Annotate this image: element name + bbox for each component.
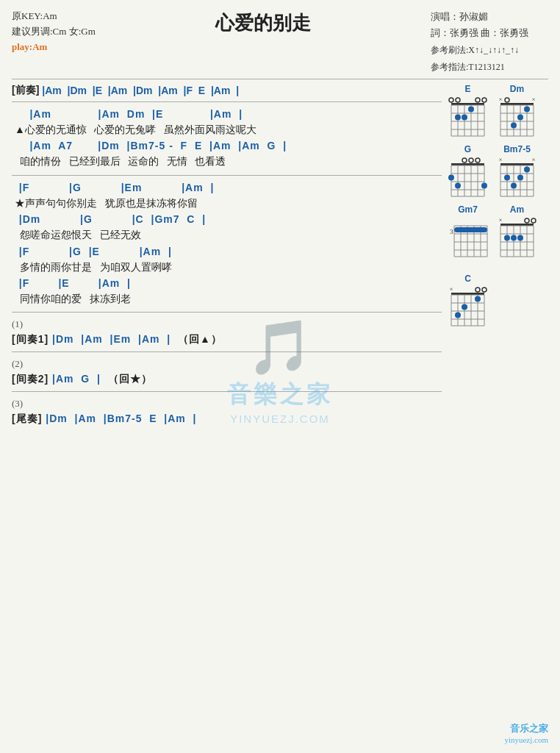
svg-point-54	[462, 158, 467, 163]
header: 原KEY:Am 建议男调:Cm 女:Gm play:Am 心爱的别走 演唱：孙淑…	[12, 9, 548, 74]
svg-text:×: ×	[531, 156, 535, 163]
svg-point-52	[475, 158, 480, 163]
prelude-row: [前奏] |Am |Dm |E |Am |Dm |Am |F E |Am |	[12, 84, 442, 97]
svg-point-16	[462, 114, 467, 120]
chord-Bm75-svg: × ×	[497, 156, 537, 199]
svg-point-50	[455, 182, 461, 188]
svg-point-117	[482, 288, 487, 292]
verse2-lyric2: 怨嗟命运怨恨天 已经无效	[15, 227, 442, 243]
original-key: 原KEY:Am	[12, 9, 96, 24]
svg-text:×: ×	[449, 285, 453, 293]
verse1-chord2: |Am A7 |Dm |Bm7-5 - F E |Am |Am G |	[12, 138, 442, 154]
verse1-lyric1: ▲心爱的无通惊 心爱的无兔哮 虽然外面风雨这呢大	[15, 122, 442, 138]
svg-point-36	[505, 98, 509, 102]
header-left: 原KEY:Am 建议男调:Cm 女:Gm play:Am	[12, 9, 96, 54]
verse2-chord3: |F |G |E |Am |	[12, 244, 442, 260]
verse2-lyric1: ★声声句句你别走 犹原也是抹冻将你留	[15, 196, 442, 212]
svg-point-72	[511, 182, 517, 188]
interlude2-num: (2)	[12, 358, 442, 370]
svg-point-121	[455, 312, 461, 318]
svg-point-101	[504, 235, 510, 240]
performer: 演唱：孙淑媚	[431, 9, 548, 25]
chord-diagram-Gm7: Gm7 3	[448, 204, 488, 268]
chord-diagrams: E	[442, 84, 548, 431]
bottom-logo: 音乐之家 yinyuezj.com	[504, 722, 548, 744]
chord-Gm7-svg: 3	[448, 216, 488, 268]
svg-point-120	[462, 304, 467, 310]
svg-point-18	[475, 98, 480, 102]
chord-E-svg	[448, 96, 488, 138]
section-divider-5	[12, 391, 442, 392]
prelude-label: [前奏]	[12, 84, 39, 97]
svg-point-69	[524, 166, 530, 172]
chord-diagram-C: C ×	[448, 274, 488, 328]
svg-point-119	[475, 296, 481, 301]
verse1-chord1: |Am |Am Dm |E |Am |	[12, 107, 442, 122]
interlude2-line: [间奏2] |Am G | （回★）	[12, 371, 442, 387]
verse-1: |Am |Am Dm |E |Am | ▲心爱的无通惊 心爱的无兔哮 虽然外面风…	[12, 107, 442, 171]
play-key: play:Am	[12, 40, 96, 55]
svg-text:×: ×	[498, 96, 502, 103]
strumming: 参考刷法:X↑↓_↓↑↓↑_↑↓	[431, 43, 548, 57]
fingering: 参考指法:T1213121	[431, 60, 548, 74]
outro-line: [尾奏] |Dm |Am |Bm7-5 E |Am |	[12, 411, 442, 427]
svg-point-35	[511, 122, 517, 128]
outro-num: (3)	[12, 398, 442, 410]
page: 原KEY:Am 建议男调:Cm 女:Gm play:Am 心爱的别走 演唱：孙淑…	[0, 0, 560, 753]
outro-block: (3) [尾奏] |Dm |Am |Bm7-5 E |Am |	[12, 398, 442, 427]
logo-name: 音乐之家	[504, 722, 548, 735]
chord-diagram-E: E	[448, 84, 488, 138]
svg-text:×: ×	[498, 156, 502, 163]
svg-point-14	[468, 106, 474, 112]
section-divider-2	[12, 175, 442, 176]
svg-point-49	[448, 174, 454, 180]
svg-point-15	[455, 114, 461, 120]
svg-point-71	[504, 174, 510, 180]
chord-diagram-G: G	[448, 144, 488, 199]
interlude1-line: [间奏1] |Dm |Am |Em |Am | （回▲）	[12, 332, 442, 347]
interlude1-num: (1)	[12, 318, 442, 330]
svg-point-13	[456, 98, 460, 102]
verse2-lyric4: 同情你咱的爱 抹冻到老	[15, 291, 442, 307]
svg-point-103	[517, 235, 523, 240]
svg-text:×: ×	[531, 96, 535, 103]
interlude2-block: (2) [间奏2] |Am G | （回★）	[12, 358, 442, 387]
svg-point-12	[449, 98, 453, 102]
svg-point-99	[531, 218, 536, 223]
chord-diagram-Bm7-5: Bm7-5 × ×	[497, 144, 537, 199]
verse2-chord1: |F |G |Em |Am |	[12, 180, 442, 196]
verse-2: |F |G |Em |Am | ★声声句句你别走 犹原也是抹冻将你留 |Dm |…	[12, 180, 442, 308]
svg-point-51	[481, 182, 487, 188]
svg-text:×: ×	[498, 216, 502, 224]
svg-point-102	[511, 235, 517, 240]
svg-point-118	[475, 288, 480, 292]
suggestion: 建议男调:Cm 女:Gm	[12, 24, 96, 40]
chord-G-svg	[448, 156, 488, 199]
svg-point-34	[517, 114, 523, 120]
section-divider-1	[12, 101, 442, 102]
main-content: [前奏] |Am |Dm |E |Am |Dm |Am |F E |Am | |…	[12, 84, 548, 431]
chord-Dm-svg: × ×	[497, 96, 537, 138]
verse2-chord2: |Dm |G |C |Gm7 C |	[12, 212, 442, 227]
svg-point-100	[525, 218, 529, 223]
svg-point-53	[469, 158, 473, 163]
verse2-lyric3: 多情的雨你甘是 为咱双人置咧哮	[15, 260, 442, 276]
song-body: [前奏] |Am |Dm |E |Am |Dm |Am |F E |Am | |…	[12, 84, 442, 431]
svg-rect-85	[454, 227, 487, 232]
song-title: 心爱的别走	[96, 9, 431, 36]
chord-Am-svg: ×	[497, 216, 537, 268]
chord-C-svg: ×	[448, 285, 488, 328]
verse1-lyric2: 咱的情份 已经到最后 运命的 无情 也看透	[15, 154, 442, 170]
svg-point-33	[524, 106, 530, 112]
logo-url: yinyuezj.com	[504, 735, 548, 744]
section-divider-3	[12, 312, 442, 313]
svg-point-17	[482, 98, 487, 102]
svg-text:3: 3	[450, 228, 453, 235]
credits: 詞：张勇强 曲：张勇强	[431, 25, 548, 41]
prelude-line: [前奏] |Am |Dm |E |Am |Dm |Am |F E |Am |	[12, 84, 442, 97]
svg-point-70	[517, 174, 523, 180]
prelude-chords: |Am |Dm |E |Am |Dm |Am |F E |Am |	[42, 85, 239, 96]
section-divider-4	[12, 351, 442, 352]
chord-diagram-Dm: Dm ×	[497, 84, 537, 138]
interlude1-block: (1) [间奏1] |Dm |Am |Em |Am | （回▲）	[12, 318, 442, 347]
